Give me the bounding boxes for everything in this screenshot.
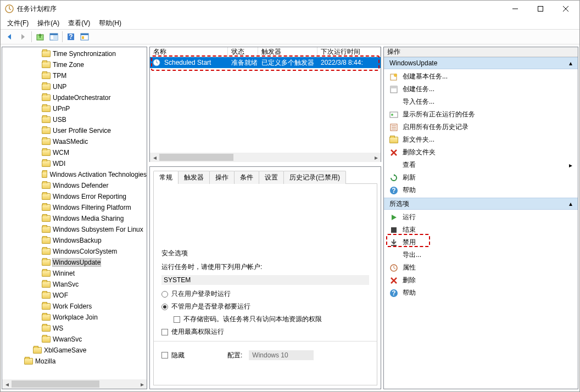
action-delete-folder[interactable]: 删除文件夹 [384,146,578,159]
show-actions-button[interactable] [47,30,60,43]
checkbox-label: 不存储密码。该任务将只有访问本地资源的权限 [183,315,322,324]
tree-item-label: UpdateOrchestrator [53,94,110,102]
section-header-selected[interactable]: 所选项 ▴ [384,198,578,210]
tree-item[interactable]: WS [2,323,147,334]
scroll-left-icon[interactable]: ◂ [150,153,159,162]
tab-settings[interactable]: 设置 [259,171,284,184]
tab-actions[interactable]: 操作 [209,171,235,184]
tree-item[interactable]: USB [2,114,147,125]
tree-item[interactable]: UNP [2,81,147,92]
tree-item[interactable]: WlanSvc [2,279,147,290]
running-icon [389,110,398,119]
action-import-task[interactable]: 导入任务... [384,96,578,108]
tree-item[interactable]: WOF [2,290,147,301]
tree-item[interactable]: WindowsColorSystem [2,246,147,257]
col-status[interactable]: 状态 [228,47,258,57]
action-properties[interactable]: 属性 [384,261,578,274]
folder-icon [42,83,51,90]
task-list[interactable]: Scheduled Start 准备就绪 已定义多个触发器 2022/3/8 8… [150,57,381,153]
tree-item[interactable]: XblGameSave [2,345,147,356]
folder-icon [42,237,51,244]
tree-item[interactable]: Windows Subsystem For Linux [2,224,147,235]
menubar: 文件(F) 操作(A) 查看(V) 帮助(H) [1,17,579,29]
tree-item[interactable]: Wininet [2,268,147,279]
task-row[interactable]: Scheduled Start 准备就绪 已定义多个触发器 2022/3/8 8… [150,57,381,68]
task-icon [389,85,398,94]
action-enable-history[interactable]: 启用所有任务历史记录 [384,121,578,133]
task-next-run: 2022/3/8 8:44: [317,59,381,66]
tab-history[interactable]: 历史记录(已禁用) [283,171,346,184]
menu-file[interactable]: 文件(F) [3,18,33,29]
action-run[interactable]: 运行 [384,211,578,223]
col-next-run[interactable]: 下次运行时间 [317,47,381,57]
action-show-running[interactable]: 显示所有正在运行的任务 [384,108,578,121]
folder-tree[interactable]: Time SynchronizationTime ZoneTPMUNPUpdat… [2,47,147,379]
col-name[interactable]: 名称 [150,47,228,57]
checkbox-hidden[interactable]: 隐藏 [161,351,185,360]
action-new-folder[interactable]: 新文件夹... [384,133,578,146]
forward-button[interactable] [16,30,30,43]
stop-icon [389,226,398,234]
action-end[interactable]: 结束 [384,223,578,236]
tree-item[interactable]: UpdateOrchestrator [2,92,147,103]
radio-only-logged-on[interactable]: 只在用户登录时运行 [161,289,369,299]
tree-item[interactable]: TPM [2,70,147,81]
action-create-basic-task[interactable]: 创建基本任务... [384,70,578,83]
action-view[interactable]: 查看▸ [384,159,578,171]
checkbox-highest-privileges[interactable]: 使用最高权限运行 [161,327,369,337]
menu-action[interactable]: 操作(A) [33,18,64,29]
action-refresh[interactable]: 刷新 [384,171,578,184]
action-create-task[interactable]: 创建任务... [384,83,578,96]
tab-triggers[interactable]: 触发器 [178,171,210,184]
close-button[interactable] [553,1,578,17]
action-help[interactable]: ?帮助 [384,184,578,197]
tree-scrollbar[interactable]: ◂ ▸ [2,379,147,389]
back-button[interactable] [3,30,16,43]
tree-item[interactable]: Windows Defender [2,180,147,191]
maximize-button[interactable] [528,1,553,17]
tree-item[interactable]: Time Synchronization [2,48,147,59]
tree-item[interactable]: Workplace Join [2,312,147,323]
menu-view[interactable]: 查看(V) [64,18,94,29]
col-trigger[interactable]: 触发器 [258,47,317,57]
tree-item[interactable]: Windows Media Sharing [2,213,147,224]
tree-item[interactable]: Windows Activation Technologies [2,169,147,180]
scroll-left-icon[interactable]: ◂ [2,379,12,389]
tree-item[interactable]: UPnP [2,103,147,114]
menu-help[interactable]: 帮助(H) [94,18,126,29]
up-button[interactable] [34,30,47,43]
tree-item[interactable]: Mozilla [2,356,147,367]
minimize-button[interactable] [503,1,528,17]
tab-conditions[interactable]: 条件 [234,171,259,184]
tree-item[interactable]: Work Folders [2,301,147,312]
tree-item[interactable]: Windows Filtering Platform [2,202,147,213]
tree-item[interactable]: User Profile Service [2,125,147,136]
scroll-right-icon[interactable]: ▸ [371,153,381,162]
action-export[interactable]: 导出... [384,249,578,261]
action-disable[interactable]: 禁用 [384,236,578,249]
checkbox-no-store-password[interactable]: 不存储密码。该任务将只有访问本地资源的权限 [174,315,369,324]
tree-item-label: Wininet [53,270,75,277]
radio-whether-logged[interactable]: 不管用户是否登录都要运行 [161,302,369,311]
action-delete[interactable]: 删除 [384,274,578,287]
tree-item[interactable]: WaaSMedic [2,136,147,147]
scroll-right-icon[interactable]: ▸ [137,379,147,389]
tab-general[interactable]: 常规 [153,171,179,184]
folder-icon [42,94,51,101]
help-button[interactable]: ? [64,30,77,43]
tree-item-label: WwanSvc [53,335,82,343]
tree-item-label: WOF [53,292,68,299]
tree-item[interactable]: WCM [2,147,147,158]
folder-icon [42,193,51,200]
action-help[interactable]: ?帮助 [384,287,578,299]
tree-item[interactable]: Windows Error Reporting [2,191,147,202]
svg-text:?: ? [392,187,395,194]
properties-button[interactable] [78,30,91,43]
section-header-windowsupdate[interactable]: WindowsUpdate ▴ [384,57,578,69]
tree-item[interactable]: WwanSvc [2,334,147,345]
tree-item[interactable]: WindowsBackup [2,235,147,246]
tree-item[interactable]: WindowsUpdate [2,257,147,268]
task-scrollbar[interactable]: ◂ ▸ [150,153,381,162]
tree-item[interactable]: Time Zone [2,59,147,70]
tree-item[interactable]: WDI [2,158,147,169]
